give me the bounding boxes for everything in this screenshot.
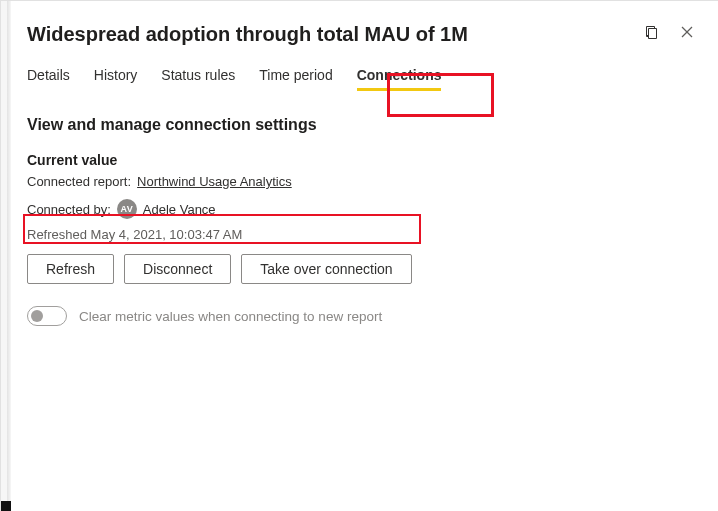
panel-content: Widespread adoption through total MAU of…	[11, 1, 718, 511]
toggle-row: Clear metric values when connecting to n…	[27, 302, 702, 330]
copy-icon[interactable]	[642, 23, 660, 41]
refresh-button[interactable]: Refresh	[27, 254, 114, 284]
tab-connections[interactable]: Connections	[357, 67, 442, 93]
tab-bar: Details History Status rules Time period…	[11, 47, 718, 94]
connected-by-prefix: Connected by:	[27, 202, 111, 217]
toggle-knob	[31, 310, 43, 322]
take-over-button[interactable]: Take over connection	[241, 254, 411, 284]
tab-status-rules[interactable]: Status rules	[161, 67, 235, 93]
toggle-label: Clear metric values when connecting to n…	[79, 309, 382, 324]
header-icon-group	[642, 23, 696, 41]
connected-report-line: Connected report: Northwind Usage Analyt…	[27, 174, 702, 189]
close-icon[interactable]	[678, 23, 696, 41]
section-title: View and manage connection settings	[27, 116, 702, 134]
avatar: AV	[117, 199, 137, 219]
connected-by-name: Adele Vance	[143, 202, 216, 217]
panel-title: Widespread adoption through total MAU of…	[27, 21, 468, 47]
details-panel: Widespread adoption through total MAU of…	[0, 0, 718, 511]
tab-details[interactable]: Details	[27, 67, 70, 93]
clear-values-toggle[interactable]	[27, 306, 67, 326]
button-row: Refresh Disconnect Take over connection	[27, 254, 702, 284]
current-value-heading: Current value	[27, 152, 702, 168]
panel-body: View and manage connection settings Curr…	[11, 94, 718, 346]
connected-by-line: Connected by: AV Adele Vance	[27, 199, 702, 219]
tab-time-period[interactable]: Time period	[259, 67, 332, 93]
connected-report-link[interactable]: Northwind Usage Analytics	[137, 174, 292, 189]
connected-report-prefix: Connected report:	[27, 174, 131, 189]
refreshed-line: Refreshed May 4, 2021, 10:03:47 AM	[27, 227, 702, 242]
tab-history[interactable]: History	[94, 67, 138, 93]
panel-header: Widespread adoption through total MAU of…	[11, 1, 718, 47]
disconnect-button[interactable]: Disconnect	[124, 254, 231, 284]
